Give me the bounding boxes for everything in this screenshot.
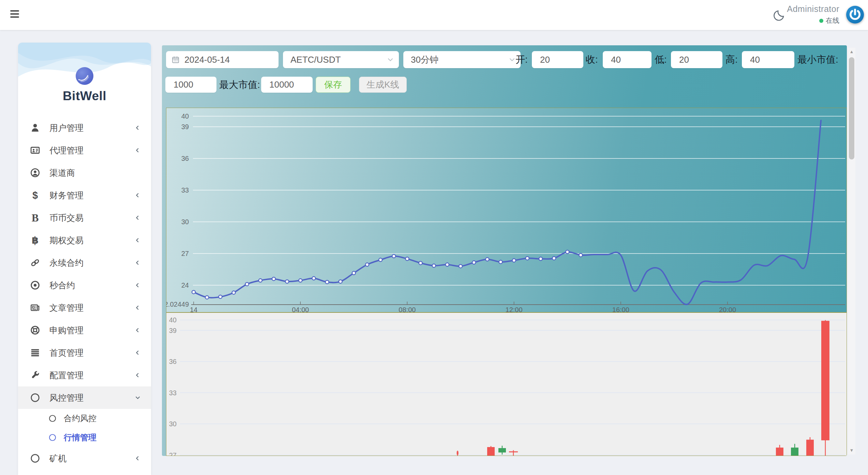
max-cap-input[interactable]: 10000 — [261, 77, 313, 93]
sidebar-item-article-management[interactable]: 文章管理 — [18, 296, 151, 319]
sidebar-subitem-label: 合约风控 — [64, 413, 96, 424]
min-cap-input[interactable]: 1000 — [165, 77, 216, 93]
sidebar-item-config-management[interactable]: 配置管理 — [18, 364, 151, 386]
close-input[interactable]: 40 — [603, 51, 652, 68]
calendar-icon — [171, 56, 180, 64]
sidebar-subitem-label: 行情管理 — [64, 432, 96, 443]
sidebar-item-risk-management[interactable]: 风控管理 — [18, 386, 151, 409]
sidebar-item-label: 永续合约 — [49, 257, 84, 269]
chevron-left-icon — [134, 455, 141, 462]
online-status-dot — [819, 19, 823, 23]
svg-text:12:00: 12:00 — [506, 306, 523, 313]
sidebar-item-label: 期权交易 — [49, 235, 84, 246]
chevron-left-icon — [134, 236, 141, 244]
svg-text:40: 40 — [181, 112, 189, 120]
svg-text:20:00: 20:00 — [719, 306, 736, 313]
min-cap-label: 最小市值: — [797, 51, 838, 68]
svg-text:27: 27 — [169, 451, 177, 456]
pair-value: AETC/USDT — [290, 55, 341, 65]
sidebar-subitem-contract-risk[interactable]: 合约风控 — [18, 409, 151, 428]
sidebar-item-label: 风控管理 — [49, 392, 84, 403]
online-status-label: 在线 — [826, 16, 839, 25]
user-doctor-icon — [30, 123, 40, 133]
sidebar-item-second-contract[interactable]: 秒合约 — [18, 274, 151, 296]
svg-text:08:00: 08:00 — [399, 306, 416, 313]
chevron-left-icon — [134, 371, 141, 379]
interval-select[interactable]: 30分钟 — [403, 51, 521, 68]
scroll-down-icon[interactable]: ▼ — [848, 446, 855, 455]
chevron-left-icon — [134, 147, 141, 154]
svg-text:24: 24 — [181, 281, 189, 289]
high-label: 高: — [725, 51, 738, 68]
save-button[interactable]: 保存 — [316, 77, 350, 93]
dark-mode-moon-icon[interactable] — [773, 8, 786, 22]
bars-icon — [30, 348, 40, 358]
open-input[interactable]: 20 — [532, 51, 583, 68]
sidebar-item-label: 配置管理 — [49, 370, 84, 381]
open-label: 开: — [515, 51, 528, 68]
date-picker[interactable]: 2024-05-14 — [166, 51, 279, 68]
sidebar-item-options-trading[interactable]: ฿期权交易 — [18, 229, 151, 251]
wrench-icon — [30, 370, 40, 380]
generate-kline-button[interactable]: 生成K线 — [359, 77, 407, 93]
coin-b-icon: B — [32, 213, 39, 223]
svg-text:39: 39 — [169, 327, 177, 334]
chevron-left-icon — [134, 124, 141, 132]
svg-text:40: 40 — [169, 316, 177, 324]
chevron-left-icon — [134, 281, 141, 289]
low-label: 低: — [655, 51, 667, 68]
sidebar-item-label: 用户管理 — [49, 122, 84, 134]
sidebar-item-channel-merchant[interactable]: 渠道商 — [18, 162, 151, 184]
high-input[interactable]: 40 — [742, 51, 794, 68]
sidebar-item-agent-management[interactable]: 代理管理 — [18, 139, 151, 162]
svg-text:27: 27 — [181, 250, 189, 257]
sidebar-item-label: 文章管理 — [49, 302, 84, 313]
sidebar-item-homepage-management[interactable]: 首页管理 — [18, 341, 151, 364]
sidebar-item-spot-trading[interactable]: B币币交易 — [18, 206, 151, 229]
id-card-icon — [30, 145, 40, 155]
chevron-down-icon — [134, 394, 141, 401]
dollar-icon: $ — [32, 190, 38, 200]
sidebar-item-label: 首页管理 — [49, 347, 84, 358]
baht-icon: ฿ — [32, 235, 39, 245]
sidebar-item-label: 代理管理 — [49, 145, 84, 156]
chevron-down-icon — [386, 55, 395, 64]
scroll-up-icon[interactable]: ▲ — [848, 48, 855, 56]
sidebar-item-perpetual-contract[interactable]: 永续合约 — [18, 251, 151, 274]
vertical-scrollbar[interactable]: ▲ ▼ — [848, 48, 855, 455]
sidebar-item-subscription-management[interactable]: 申购管理 — [18, 319, 151, 341]
svg-text:04:00: 04:00 — [292, 306, 309, 313]
user-name: Administrator — [787, 4, 839, 14]
date-value: 2024-05-14 — [184, 55, 230, 65]
svg-text:39: 39 — [181, 123, 189, 131]
svg-text:36: 36 — [169, 358, 177, 365]
svg-text:2.02449: 2.02449 — [166, 301, 189, 308]
chevron-left-icon — [134, 259, 141, 266]
svg-text:36: 36 — [181, 155, 189, 162]
candlestick-chart[interactable]: 403936333027 — [166, 312, 847, 456]
svg-text:16:00: 16:00 — [612, 306, 629, 313]
scrollbar-thumb[interactable] — [849, 57, 854, 159]
sidebar-item-finance-management[interactable]: $财务管理 — [18, 184, 151, 206]
circle-icon — [48, 414, 57, 423]
sidebar-menu: 用户管理代理管理渠道商$财务管理B币币交易฿期权交易永续合约秒合约文章管理申购管… — [18, 117, 151, 470]
user-circle-icon — [30, 168, 40, 178]
svg-text:30: 30 — [169, 420, 177, 428]
brand-logo-icon — [76, 67, 93, 85]
avatar[interactable] — [846, 6, 864, 24]
sidebar-item-label: 申购管理 — [49, 325, 84, 336]
low-input[interactable]: 20 — [671, 51, 722, 68]
top-navbar: Administrator 在线 — [0, 0, 868, 30]
circle-icon — [48, 433, 57, 442]
line-chart[interactable]: 403936333027242.024491404:0008:0012:0016… — [166, 108, 847, 312]
sidebar-item-label: 财务管理 — [49, 190, 84, 201]
pair-select[interactable]: AETC/USDT — [283, 51, 399, 68]
link-icon — [30, 258, 40, 268]
circle-icon — [30, 393, 40, 403]
sidebar-subitem-market-management[interactable]: 行情管理 — [18, 428, 151, 447]
sidebar-item-user-management[interactable]: 用户管理 — [18, 117, 151, 139]
svg-text:14: 14 — [190, 306, 197, 313]
sidebar-item-mining-machine[interactable]: 矿机 — [18, 447, 151, 470]
user-menu[interactable]: Administrator 在线 — [787, 4, 839, 25]
menu-toggle-icon[interactable] — [10, 10, 19, 18]
